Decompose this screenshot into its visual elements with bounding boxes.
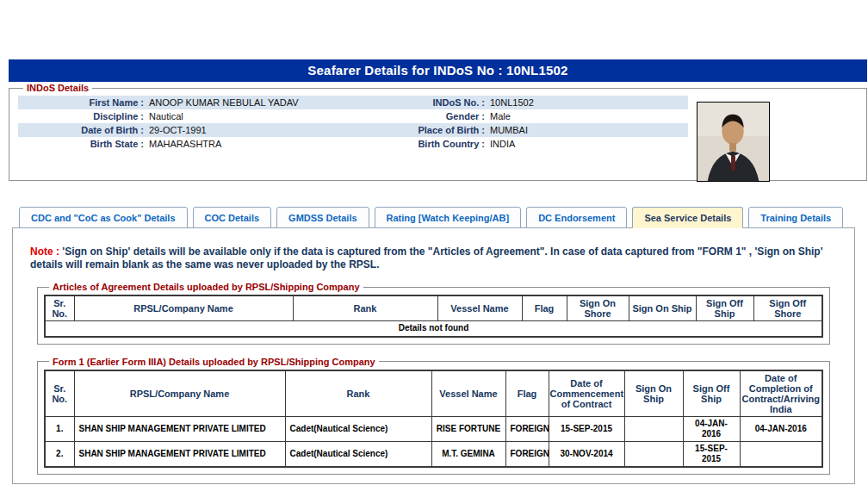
table-cell bbox=[740, 441, 822, 467]
tab-training-details[interactable]: Training Details bbox=[748, 207, 843, 228]
table-cell: SHAN SHIP MANAGEMENT PRIVATE LIMITED bbox=[74, 441, 285, 467]
field-value: Male bbox=[490, 109, 688, 123]
field-label: Place of Birth : bbox=[395, 123, 490, 137]
sign-on-ship-note: Note : 'Sign on Ship' details will be av… bbox=[30, 246, 837, 271]
table-cell: 15-SEP-2015 bbox=[683, 441, 740, 467]
form1-table: Sr. No.RPSL/Company NameRankVessel NameF… bbox=[44, 370, 823, 468]
column-header: RPSL/Company Name bbox=[74, 295, 293, 321]
indos-details-legend: INDoS Details bbox=[23, 83, 92, 93]
table-cell: SHAN SHIP MANAGEMENT PRIVATE LIMITED bbox=[74, 416, 285, 441]
tab-dc-endorsement[interactable]: DC Endorsement bbox=[526, 207, 627, 228]
seafarer-photo-image bbox=[698, 103, 769, 181]
column-header: Sign Off Shore bbox=[753, 295, 822, 321]
table-row: 2.SHAN SHIP MANAGEMENT PRIVATE LIMITEDCa… bbox=[45, 441, 822, 467]
tab-cdc-and-coc-as-cook-details[interactable]: CDC and "CoC as Cook" Details bbox=[19, 207, 188, 228]
details-not-found-message: Details not found bbox=[45, 321, 822, 337]
column-header: Flag bbox=[522, 295, 567, 321]
articles-of-agreement-section: Articles of Agreement Details uploaded b… bbox=[37, 282, 830, 345]
table-header-row: Sr. No.RPSL/Company NameRankVessel NameF… bbox=[45, 370, 822, 417]
table-row: 1.SHAN SHIP MANAGEMENT PRIVATE LIMITEDCa… bbox=[45, 416, 822, 441]
table-cell: RISE FORTUNE bbox=[431, 416, 505, 441]
table-cell: 2. bbox=[45, 441, 74, 467]
field-value: MUMBAI bbox=[490, 123, 688, 137]
column-header: Date of Completion of Contract/Arriving … bbox=[740, 370, 822, 417]
field-value: INDIA bbox=[490, 137, 688, 151]
column-header: Date of Commencement of Contract bbox=[549, 370, 624, 417]
form1-legend: Form 1 (Earlier Form IIIA) Details uploa… bbox=[49, 357, 379, 367]
empty-row: Details not found bbox=[45, 321, 822, 337]
articles-of-agreement-legend: Articles of Agreement Details uploaded b… bbox=[49, 282, 363, 292]
note-prefix: Note : bbox=[30, 246, 59, 258]
field-value: ANOOP KUMAR NEBULAL YADAV bbox=[149, 96, 395, 109]
column-header: Sr. No. bbox=[45, 370, 74, 417]
column-header: Sr. No. bbox=[45, 295, 74, 321]
seafarer-photo bbox=[697, 102, 770, 182]
field-label: Discipline : bbox=[18, 109, 149, 123]
indos-details-section: INDoS Details First Name :ANOOP KUMAR NE… bbox=[9, 83, 867, 181]
field-label: First Name : bbox=[18, 96, 149, 109]
table-cell bbox=[624, 441, 683, 467]
column-header: Vessel Name bbox=[437, 295, 522, 321]
column-header: Sign On Ship bbox=[624, 370, 683, 417]
column-header: RPSL/Company Name bbox=[74, 370, 285, 417]
tab-gmdss-details[interactable]: GMDSS Details bbox=[276, 207, 369, 228]
field-label: INDoS No. : bbox=[395, 96, 490, 109]
column-header: Rank bbox=[285, 370, 431, 417]
column-header: Sign On Ship bbox=[629, 295, 696, 321]
indos-detail-row: Date of Birth :29-OCT-1991Place of Birth… bbox=[18, 123, 688, 137]
field-value: MAHARASHTRA bbox=[149, 137, 395, 151]
field-label: Date of Birth : bbox=[18, 123, 149, 137]
table-cell: FOREIGN bbox=[505, 416, 549, 441]
table-cell: M.T. GEMINA bbox=[431, 441, 505, 467]
field-label: Birth State : bbox=[18, 137, 149, 151]
field-label: Gender : bbox=[395, 109, 490, 123]
form1-section: Form 1 (Earlier Form IIIA) Details uploa… bbox=[37, 357, 830, 475]
column-header: Sign On Shore bbox=[567, 295, 629, 321]
indos-detail-row: First Name :ANOOP KUMAR NEBULAL YADAVIND… bbox=[18, 96, 688, 109]
table-cell bbox=[624, 416, 683, 441]
field-label: Birth Country : bbox=[395, 137, 490, 151]
articles-table: Sr. No.RPSL/Company NameRankVessel NameF… bbox=[44, 295, 823, 338]
table-cell: Cadet(Nautical Science) bbox=[285, 416, 431, 441]
page-title: Seafarer Details for INDoS No : 10NL1502 bbox=[9, 59, 867, 82]
column-header: Rank bbox=[293, 295, 437, 321]
note-text: 'Sign on Ship' details will be available… bbox=[30, 246, 823, 270]
detail-tabs: CDC and "CoC as Cook" DetailsCOC Details… bbox=[19, 207, 868, 227]
table-cell: 04-JAN-2016 bbox=[740, 416, 822, 441]
tab-sea-service-details[interactable]: Sea Service Details bbox=[632, 207, 743, 228]
table-cell: 1. bbox=[45, 416, 74, 441]
field-value: 29-OCT-1991 bbox=[149, 123, 395, 137]
table-cell: 04-JAN-2016 bbox=[683, 416, 740, 441]
table-header-row: Sr. No.RPSL/Company NameRankVessel NameF… bbox=[45, 295, 822, 321]
column-header: Sign Off Ship bbox=[696, 295, 753, 321]
column-header: Flag bbox=[505, 370, 549, 417]
table-cell: Cadet(Nautical Science) bbox=[285, 441, 431, 467]
sea-service-panel: Note : 'Sign on Ship' details will be av… bbox=[12, 227, 855, 484]
table-cell: FOREIGN bbox=[505, 441, 549, 467]
indos-detail-row: Discipline :NauticalGender :Male bbox=[18, 109, 688, 123]
column-header: Vessel Name bbox=[431, 370, 505, 417]
tab-rating-watch-keeping-ab[interactable]: Rating [Watch Keeping/AB] bbox=[375, 207, 522, 228]
table-cell: 15-SEP-2015 bbox=[549, 416, 624, 441]
tab-coc-details[interactable]: COC Details bbox=[193, 207, 272, 228]
field-value: Nautical bbox=[149, 109, 395, 123]
indos-detail-row: Birth State :MAHARASHTRABirth Country :I… bbox=[18, 137, 688, 151]
field-value: 10NL1502 bbox=[490, 96, 688, 109]
column-header: Sign Off Ship bbox=[683, 370, 740, 417]
table-cell: 30-NOV-2014 bbox=[549, 441, 624, 467]
